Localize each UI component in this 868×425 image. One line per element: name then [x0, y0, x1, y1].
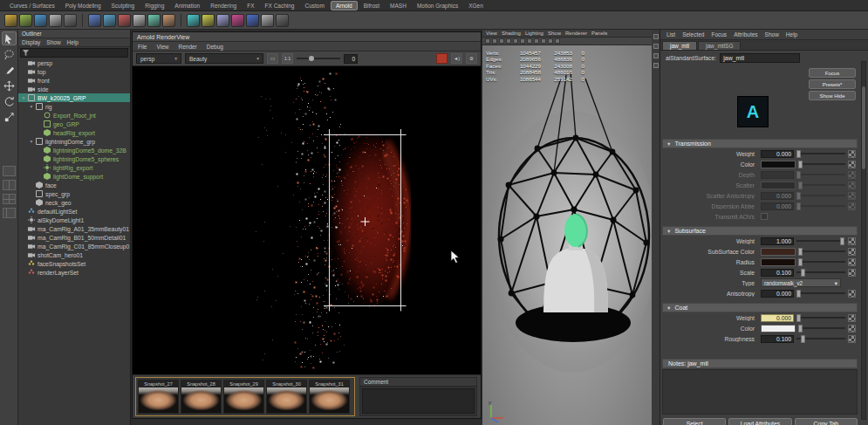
perspective-viewport[interactable]: ViewShadingLightingShowRendererPanels [482, 30, 652, 425]
shelf-tab-custom[interactable]: Custom [300, 2, 328, 10]
ae-menu-focus[interactable]: Focus [711, 31, 727, 38]
color-swatch[interactable] [761, 258, 796, 266]
texture-map-button[interactable] [848, 335, 856, 343]
two-pane-layout-button[interactable] [3, 180, 16, 190]
shelf-tab-arnold[interactable]: Arnold [331, 1, 358, 10]
texture-map-button[interactable] [848, 192, 856, 200]
shelf-tab-poly-modeling[interactable]: Poly Modeling [61, 2, 106, 10]
arnold-photometric-light-icon[interactable] [88, 14, 101, 27]
actual-pixels-icon[interactable]: 1:1 [282, 53, 293, 64]
arnold-volume-icon[interactable] [147, 14, 161, 27]
ae-menu-show[interactable]: Show [765, 31, 779, 38]
attribute-slider[interactable] [798, 182, 845, 189]
attribute-slider[interactable] [796, 314, 845, 322]
viewport-toolbar-icon[interactable] [485, 38, 490, 44]
paint-select-tool-icon[interactable] [2, 63, 17, 77]
attribute-value-field[interactable]: 0.100 [761, 269, 794, 277]
viewport-toolbar-icon[interactable] [506, 38, 511, 44]
shelf-tab-animation[interactable]: Animation [170, 2, 204, 10]
slider-handle[interactable] [796, 202, 801, 210]
attribute-slider[interactable] [796, 202, 845, 210]
outliner-item-ma-camrig-a01-35mmbeauty01[interactable]: ma_CamRig_A01_35mmBeauty01 [18, 224, 130, 233]
renderview-menu-render[interactable]: Render [178, 44, 196, 50]
ae-bottom-copy-tab[interactable]: Copy Tab [795, 418, 858, 425]
renderview-menu-file[interactable]: File [138, 44, 147, 50]
expand-toggle-icon[interactable]: ▾ [21, 95, 26, 100]
ae-menu-selected[interactable]: Selected [682, 31, 704, 38]
arnold-area-light-icon[interactable] [49, 14, 62, 27]
shelf-tab-sculpting[interactable]: Sculpting [107, 2, 140, 10]
shelf-tab-curves-surfaces[interactable]: Curves / Surfaces [5, 2, 59, 10]
attribute-slider[interactable] [798, 258, 845, 266]
renderview-titlebar[interactable]: Arnold RenderView [133, 32, 481, 42]
viewport-toolbar-icon[interactable] [555, 38, 560, 44]
comment-input[interactable] [362, 388, 475, 414]
viewport-toolbar-icon[interactable] [499, 38, 504, 44]
attribute-slider[interactable] [796, 290, 845, 298]
attribute-slider[interactable] [796, 150, 845, 158]
notes-text-area[interactable] [662, 369, 858, 415]
texture-map-button[interactable] [848, 182, 856, 189]
section-header-subsurface[interactable]: ▼Subsurface [662, 226, 858, 236]
slider-handle[interactable] [798, 325, 803, 332]
outliner-item-lightningdome5-dome-32b[interactable]: lightningDome5_dome_32B [18, 146, 130, 154]
slider-handle[interactable] [309, 56, 314, 61]
attribute-value-field[interactable] [761, 171, 794, 179]
outliner-item-bw-k20025-grp[interactable]: ▾BW_k20025_GRP [18, 93, 130, 102]
material-swatch[interactable]: A [737, 96, 769, 127]
viewport-menu-renderer[interactable]: Renderer [565, 31, 587, 36]
show-tool-settings-icon[interactable] [653, 44, 659, 49]
move-tool-icon[interactable] [2, 79, 17, 93]
viewport-toolbar-icon[interactable] [492, 38, 497, 44]
outliner-item-rig[interactable]: ▾rig [18, 102, 130, 111]
expand-toggle-icon[interactable]: ▾ [29, 104, 34, 109]
ae-menu-list[interactable]: List [666, 31, 675, 38]
snapshot-thumbnail-snapshot-27[interactable]: Snapshot_27 [138, 380, 179, 414]
color-swatch[interactable] [761, 182, 796, 189]
texture-map-button[interactable] [848, 269, 856, 277]
aov-select-dropdown[interactable]: Beauty▾ [185, 53, 263, 64]
renderview-menu-debug[interactable]: Debug [207, 44, 223, 50]
region-render-icon[interactable]: ▭ [267, 53, 278, 64]
show-modeling-toolkit-icon[interactable] [653, 63, 659, 68]
texture-map-button[interactable] [848, 314, 856, 322]
show-channel-box-icon[interactable] [653, 53, 659, 58]
texture-map-button[interactable] [848, 325, 856, 332]
color-swatch[interactable] [761, 161, 796, 168]
ae-tab-jaw-mtl[interactable]: jaw_mtl [662, 41, 697, 50]
arnold-render-icon[interactable] [4, 14, 17, 27]
outliner-item-side[interactable]: side [18, 85, 130, 93]
outliner-item-neck-geo[interactable]: neck_geo [18, 198, 130, 207]
texture-repeat-icon[interactable] [187, 14, 200, 27]
outliner-item-facesnapshotsset[interactable]: faceSnapshotsSet [18, 259, 130, 268]
attribute-value-field[interactable]: 0.000 [761, 202, 794, 210]
viewport-toolbar-icon[interactable] [527, 38, 532, 44]
shelf-tab-fx-caching[interactable]: FX Caching [261, 2, 299, 10]
outliner-menu-show[interactable]: Show [46, 39, 60, 45]
rotate-tool-icon[interactable] [2, 94, 17, 108]
slider-handle[interactable] [796, 192, 801, 200]
outliner-menu-help[interactable]: Help [67, 39, 79, 45]
slider-handle[interactable] [801, 335, 805, 343]
attribute-slider[interactable] [798, 161, 845, 168]
shelf-tab-fx[interactable]: FX [243, 2, 258, 10]
single-pane-layout-button[interactable] [3, 166, 16, 176]
outliner-item-defaultlightset[interactable]: defaultLightSet [18, 207, 130, 216]
attribute-value-field[interactable]: 1.000 [761, 237, 794, 245]
attribute-value-field[interactable]: 0.000 [761, 192, 794, 200]
attribute-slider[interactable] [798, 248, 845, 256]
ae-menu-attributes[interactable]: Attributes [734, 31, 757, 38]
texture-map-button[interactable] [848, 150, 856, 158]
arnold-ipr-render-icon[interactable] [19, 14, 32, 27]
shelf-tab-xgen[interactable]: XGen [464, 2, 488, 10]
outliner-item-ma-camrig-c01-85mmcloseup01[interactable]: ma_CamRig_C01_85mmCloseup01 [18, 242, 130, 250]
slider-handle[interactable] [801, 269, 805, 277]
arnold-physical-sky-icon[interactable] [118, 14, 131, 27]
attribute-value-field[interactable]: 0.000 [761, 150, 794, 158]
attribute-slider[interactable] [796, 192, 845, 200]
color-swatch[interactable] [761, 248, 796, 256]
select-tool-icon[interactable] [2, 31, 17, 45]
slider-handle[interactable] [798, 258, 803, 266]
ae-bottom-select[interactable]: Select [663, 418, 726, 425]
attribute-slider[interactable] [796, 237, 845, 245]
